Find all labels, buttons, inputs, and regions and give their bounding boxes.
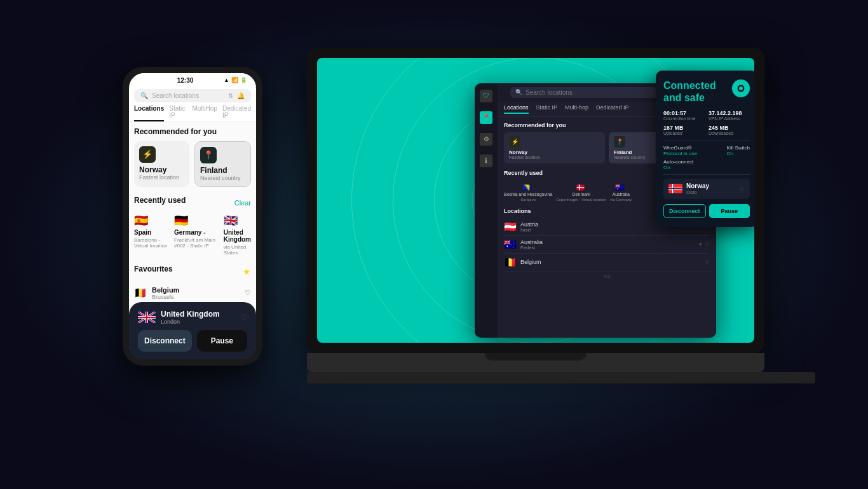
desktop-disconnect-button[interactable]: Disconnect	[663, 204, 706, 218]
phone-fav-star-icon: ★	[243, 266, 251, 277]
sidebar-icon-settings[interactable]: ⚙	[480, 133, 492, 146]
kill-switch-info: Kill Switch On	[727, 145, 750, 156]
phone: 12:30 ▲ 📶 🔋 🔍 Search locations ⇅ 🔔	[123, 67, 262, 366]
desktop-search-input[interactable]	[526, 89, 658, 96]
desktop-location-belgium[interactable]: 🇧🇪 Belgium ☆	[504, 254, 710, 272]
spain-flag: 🇪🇸	[134, 214, 148, 228]
desktop-tab-dedicatedip[interactable]: Dedicated IP	[596, 104, 629, 114]
autoconnect-value: On	[663, 165, 693, 170]
laptop: 🛡 📍 ⚙ ℹ	[307, 48, 764, 417]
phone-rec-finland[interactable]: 📍 Finland Nearest country	[194, 141, 251, 187]
connected-overlay-star[interactable]: ♡	[240, 313, 247, 322]
downloaded-label: Downloaded	[709, 131, 750, 135]
protocol-label-text: Protocol in use	[663, 151, 697, 156]
phone-tab-dedicatedip[interactable]: Dedicated IP	[222, 105, 251, 121]
desktop-tab-staticip[interactable]: Static IP	[536, 104, 558, 114]
phone-recommended-title: Recommended for you	[134, 127, 251, 136]
phone-sort-icon[interactable]: ⇅	[228, 92, 233, 99]
kill-switch-value: On	[727, 151, 750, 156]
vpn-ip-stat: 37.142.2.198 VPN IP Address	[709, 110, 750, 121]
connection-time-value: 00:01:57	[663, 110, 705, 116]
desktop-recent-australia[interactable]: 🇦🇺 Australia via Germany	[610, 183, 632, 202]
desktop-location-austria-info: Austria Israel	[520, 221, 538, 232]
phone-connected-overlay: United Kingdom London ♡ Disconnect Pause	[129, 302, 256, 359]
divider-1	[663, 141, 750, 141]
belgium-name: Belgium	[520, 259, 541, 265]
desktop-pause-button[interactable]: Pause	[709, 204, 750, 218]
phone-rec-finland-name: Finland	[200, 166, 245, 175]
phone-fav-belgium[interactable]: 🇧🇪 Belgium Brussels ♡	[134, 282, 251, 305]
phone-recent-title: Recently used	[134, 196, 186, 205]
australia-name: Australia	[520, 239, 543, 245]
desktop-location-austria-left: 🇦🇹 Austria Israel	[504, 221, 538, 233]
australia-expand-icon[interactable]: ▾	[699, 241, 702, 247]
connected-title: Connectedand safe	[663, 79, 716, 104]
phone-search-bar[interactable]: 🔍 Search locations ⇅ 🔔	[134, 89, 251, 102]
bosnia-flag: 🇧🇦	[522, 183, 534, 191]
stats-grid: 00:01:57 Connection time 37.142.2.198 VP…	[663, 110, 750, 135]
phone-recent-germany-sub: Frankfurt am Main #002 - Static IP	[174, 237, 217, 249]
austria-sub: Israel	[520, 228, 538, 232]
phone-connected-location: United Kingdom London ♡	[138, 310, 247, 325]
uk-flag: 🇬🇧	[224, 214, 238, 228]
belgium-flag-phone: 🇧🇪	[134, 287, 147, 299]
connected-header: Connectedand safe	[663, 79, 750, 104]
phone-tabs: Locations Static IP MultiHop Dedicated I…	[129, 105, 256, 122]
desktop-tab-multihop[interactable]: Multi-hop	[565, 104, 588, 114]
svg-point-1	[739, 86, 743, 90]
protocol-name: WireGuard®	[663, 145, 697, 151]
phone-disconnect-button[interactable]: Disconnect	[138, 330, 192, 352]
phone-recent-row: 🇪🇸 Spain Barcelona - Virtual location 🇩🇪…	[134, 214, 251, 256]
phone-tab-locations[interactable]: Locations	[134, 105, 164, 121]
sidebar-icon-info[interactable]: ℹ	[480, 155, 492, 167]
downloaded-value: 245 MB	[709, 125, 750, 131]
phone-recent-spain-sub: Barcelona - Virtual location	[134, 237, 168, 249]
protocol-row: WireGuard® Protocol in use Kill Switch O…	[663, 145, 750, 156]
desktop-recent-denmark-name: Denmark	[573, 192, 590, 196]
australia-flag: 🇦🇺	[615, 183, 627, 191]
desktop-recent-title: Recently used	[504, 170, 543, 176]
desktop-tab-locations[interactable]: Locations	[504, 104, 529, 114]
desktop-sidebar: 🛡 📍 ⚙ ℹ	[475, 83, 498, 338]
pin-icon: 📍	[614, 136, 625, 148]
phone-connected-location-name: United Kingdom	[161, 310, 220, 319]
phone-pause-button[interactable]: Pause	[197, 330, 247, 352]
connection-time-label: Connection time	[663, 116, 705, 121]
autoconnect-row: Auto-connect On	[663, 159, 750, 170]
phone-search-placeholder: Search locations	[152, 92, 199, 99]
austria-name: Austria	[520, 221, 538, 228]
svg-rect-15	[138, 317, 156, 318]
desktop-rec-norway-name: Norway	[509, 149, 600, 155]
divider-2	[663, 174, 750, 175]
desktop-recent-denmark[interactable]: 🇩🇰 Denmark Copenhagen - Virtual location	[556, 183, 606, 202]
phone-tab-multihop[interactable]: MultiHop	[193, 105, 217, 121]
desktop-recent-bosnia-name: Bosnia and Herzegovina	[504, 192, 552, 196]
svg-rect-6	[668, 188, 682, 189]
lightning-icon: ⚡	[509, 136, 520, 148]
location-star-icon[interactable]: ☆	[739, 185, 745, 192]
phone-rec-norway-sub: Fastest location	[139, 174, 184, 181]
phone-recommended-grid: ⚡ Norway Fastest location 📍 Finland Near…	[134, 141, 251, 187]
phone-clear-btn[interactable]: Clear	[234, 199, 251, 207]
desktop-location-australia[interactable]: 🇦🇺 Australia Fastest ▾ ☆	[504, 236, 710, 254]
phone-recent-germany[interactable]: 🇩🇪 Germany - Frankfurt am Main #002 - St…	[174, 214, 217, 256]
phone-recent-spain[interactable]: 🇪🇸 Spain Barcelona - Virtual location	[134, 214, 168, 256]
phone-tab-staticip[interactable]: Static IP	[169, 105, 187, 121]
phone-rec-finland-sub: Nearest country	[200, 175, 245, 181]
denmark-flag: 🇩🇰	[576, 183, 587, 191]
vpn-ip-label: VPN IP Address	[709, 116, 750, 121]
desktop-rec-norway[interactable]: ⚡ Norway Fastest location	[504, 132, 605, 163]
laptop-base	[307, 353, 764, 372]
connected-panel: Connectedand safe 00:01:57 Connection ti…	[656, 71, 754, 227]
phone-bell-icon[interactable]: 🔔	[237, 92, 245, 99]
sidebar-icon-shield[interactable]: 🛡	[480, 90, 492, 102]
desktop-recent-bosnia[interactable]: 🇧🇦 Bosnia and Herzegovina Sarajevo	[504, 183, 552, 202]
sidebar-icon-location[interactable]: 📍	[480, 111, 492, 124]
australia-star-icon[interactable]: ☆	[705, 241, 710, 247]
belgium-star-icon[interactable]: ☆	[705, 259, 710, 265]
phone-rec-norway[interactable]: ⚡ Norway Fastest location	[134, 141, 189, 187]
phone-recent-uk[interactable]: 🇬🇧 United Kingdom via United States	[224, 214, 251, 256]
laptop-display: 🛡 📍 ⚙ ℹ	[317, 58, 754, 343]
phone-status-icons: ▲ 📶 🔋	[224, 77, 247, 83]
desktop-search-bar[interactable]: 🔍	[510, 87, 663, 98]
